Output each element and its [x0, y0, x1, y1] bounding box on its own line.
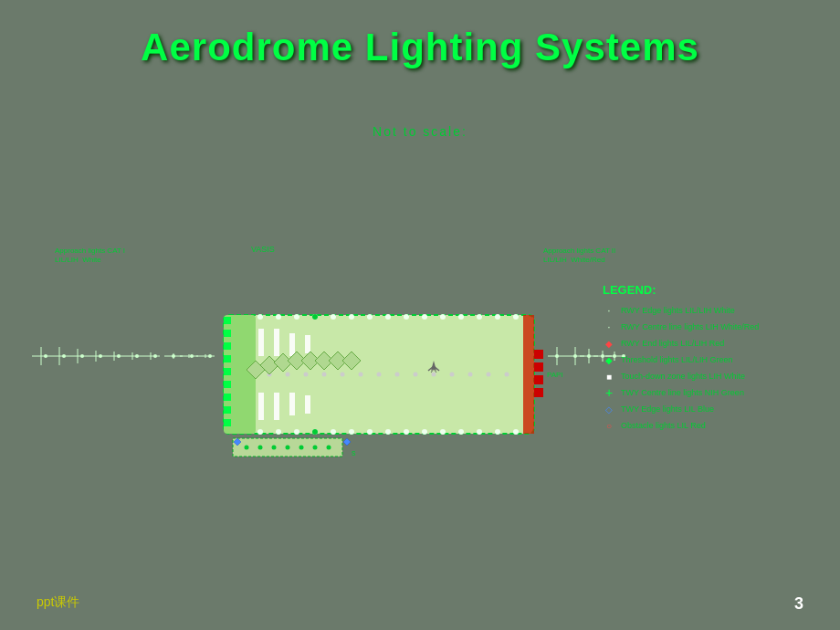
vasis-label: VASIS: [251, 245, 275, 254]
twy-edge-icon: ◇: [603, 403, 615, 415]
svg-point-26: [135, 354, 139, 358]
svg-rect-89: [274, 329, 279, 356]
svg-point-80: [395, 373, 400, 377]
svg-point-77: [341, 373, 345, 377]
svg-point-75: [304, 373, 309, 377]
svg-rect-87: [258, 329, 264, 356]
legend-item-obstacle: ○ Obstacle lights LIL Red: [603, 419, 803, 432]
svg-text:PAPI: PAPI: [547, 371, 563, 379]
svg-rect-39: [224, 394, 231, 401]
obstacle-icon: ○: [603, 419, 615, 432]
obstacle-text: Obstacle lights LIL Red: [621, 421, 706, 431]
svg-point-66: [404, 429, 409, 435]
twy-edge-text: TWY Edge lights LIL Blue: [621, 404, 714, 415]
svg-point-70: [477, 429, 482, 435]
svg-point-22: [62, 354, 66, 358]
threshold-text: Threshold lights LIL/LIH Green: [621, 355, 733, 365]
legend-item-twy-center: + TWY Centre line lights NIH Green: [603, 386, 803, 399]
svg-point-58: [257, 429, 263, 435]
rwy-center-text: RWY Centre line lights LIH White/Red: [621, 322, 759, 332]
svg-point-74: [286, 373, 290, 377]
svg-point-50: [385, 314, 391, 320]
svg-rect-41: [224, 419, 231, 426]
svg-point-59: [276, 429, 281, 435]
svg-text:s: s: [352, 448, 356, 457]
svg-point-140: [312, 429, 318, 435]
svg-rect-34: [224, 330, 231, 337]
rwy-edge-text: RWY Edge lights LIL/LIH White: [621, 306, 735, 316]
svg-rect-92: [289, 393, 295, 415]
svg-point-23: [80, 354, 84, 358]
svg-point-83: [450, 373, 455, 377]
svg-point-69: [458, 429, 464, 435]
svg-point-45: [294, 314, 299, 320]
svg-point-130: [245, 446, 249, 450]
svg-point-54: [458, 314, 464, 320]
legend-item-twy-edge: ◇ TWY Edge lights LIL Blue: [603, 403, 803, 415]
aerodrome-diagram: PAPI: [23, 260, 625, 461]
rwy-center-icon: ·: [603, 320, 615, 333]
svg-point-52: [422, 314, 427, 320]
svg-point-68: [440, 429, 446, 435]
legend-item-rwy-center: · RWY Centre line lights LIH White/Red: [603, 320, 803, 333]
svg-rect-37: [224, 368, 231, 375]
svg-rect-110: [534, 375, 543, 384]
page-title: Aerodrome Lighting Systems: [0, 0, 840, 69]
svg-point-67: [422, 429, 427, 435]
svg-rect-36: [224, 355, 231, 362]
svg-point-21: [44, 354, 47, 358]
svg-point-78: [359, 373, 363, 377]
footer-right: 3: [794, 594, 803, 614]
svg-point-63: [349, 429, 354, 435]
svg-rect-108: [534, 350, 543, 359]
svg-point-48: [349, 314, 354, 320]
svg-point-53: [440, 314, 446, 320]
svg-point-132: [272, 446, 277, 450]
svg-point-123: [555, 354, 559, 358]
svg-rect-38: [224, 381, 231, 388]
svg-rect-40: [224, 406, 231, 414]
svg-point-60: [294, 429, 299, 435]
svg-point-71: [495, 429, 500, 435]
svg-point-57: [513, 314, 519, 320]
svg-point-76: [322, 373, 327, 377]
threshold-icon: ◆: [603, 353, 615, 366]
twy-center-icon: +: [603, 386, 615, 399]
twy-center-text: TWY Centre line lights NIH Green: [621, 388, 744, 398]
svg-point-64: [367, 429, 373, 435]
svg-point-47: [331, 314, 336, 320]
svg-point-44: [276, 314, 281, 320]
legend-item-threshold: ◆ Threshold lights LIL/LIH Green: [603, 353, 803, 366]
svg-point-62: [331, 429, 336, 435]
rwy-end-icon: ◆: [603, 337, 615, 350]
svg-point-30: [208, 354, 212, 358]
svg-rect-109: [534, 362, 543, 372]
svg-point-29: [190, 354, 194, 358]
svg-point-125: [587, 354, 591, 358]
svg-point-135: [313, 446, 318, 450]
svg-point-79: [377, 373, 382, 377]
svg-point-136: [327, 446, 331, 450]
svg-point-124: [573, 354, 577, 358]
svg-point-24: [99, 354, 102, 358]
rwy-end-text: RWY End lights LIL/LIH Red: [621, 339, 724, 349]
svg-rect-35: [224, 342, 231, 350]
svg-rect-111: [534, 388, 543, 397]
svg-point-81: [414, 373, 418, 377]
footer-left: ppt课件: [37, 594, 79, 614]
svg-rect-88: [258, 393, 264, 420]
svg-point-84: [468, 373, 473, 377]
footer: ppt课件 3: [0, 594, 840, 614]
tdz-icon: ■: [603, 370, 615, 383]
svg-rect-94: [305, 395, 310, 414]
svg-point-27: [153, 354, 157, 358]
svg-point-133: [286, 446, 290, 450]
svg-point-139: [312, 314, 318, 320]
svg-point-134: [299, 446, 304, 450]
svg-point-85: [487, 373, 491, 377]
svg-rect-33: [224, 317, 231, 324]
tdz-text: Touch-down zone lights LIH White: [621, 372, 745, 382]
legend-item-rwy-edge: · RWY Edge lights LIL/LIH White: [603, 304, 803, 317]
legend-title: LEGEND:: [603, 283, 803, 297]
svg-point-49: [367, 314, 373, 320]
